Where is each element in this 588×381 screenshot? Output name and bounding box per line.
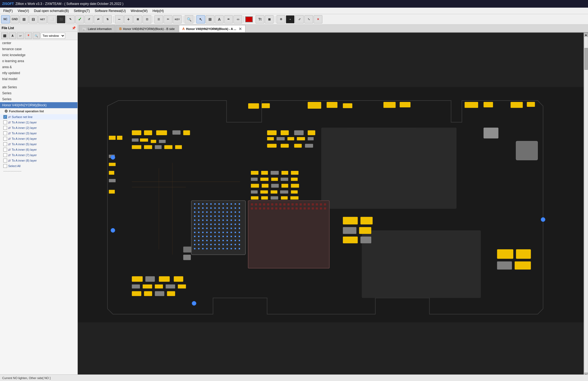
list-item-trial[interactable]: trial model xyxy=(0,76,77,82)
edit-button[interactable]: ✎ xyxy=(66,15,75,23)
fill-box-button[interactable]: ⬛ xyxy=(57,15,65,23)
select-box-button[interactable]: ⬜ xyxy=(47,15,56,23)
panel-search-button[interactable]: 🔍 xyxy=(33,32,40,39)
inner-8-checkbox[interactable] xyxy=(3,159,7,162)
inner-3-checkbox[interactable] xyxy=(3,131,7,135)
menu-view[interactable]: View(V) xyxy=(16,8,31,13)
layer-inner-3[interactable]: ⇄ To A inner (3) layer xyxy=(0,131,77,136)
cursor-button[interactable]: ↖ xyxy=(196,15,205,23)
list-item-area[interactable]: area & xyxy=(0,64,77,70)
inner-4-checkbox[interactable] xyxy=(3,137,7,141)
layer-inner-6[interactable]: ⇄ To A inner (6) layer xyxy=(0,147,77,152)
pin-icon[interactable]: 📌 xyxy=(72,26,76,30)
pen-button[interactable]: ✏ xyxy=(224,15,233,23)
grid3-button[interactable]: ⊞ xyxy=(206,15,214,23)
svg-rect-73 xyxy=(239,216,240,217)
list-item-series1[interactable]: Series xyxy=(0,90,77,96)
layer-surface-net[interactable]: ✓ ⇄ Surface net line xyxy=(0,114,77,120)
nc-button[interactable]: NC xyxy=(1,15,10,23)
svg-rect-187 xyxy=(316,203,318,205)
scissors-button[interactable]: ✂ xyxy=(164,15,172,23)
panel-pin-button[interactable]: 📍 xyxy=(25,32,32,39)
menu-dual-open[interactable]: Dual open schematic(B) xyxy=(32,8,71,13)
menu-help[interactable]: Help(H) xyxy=(150,8,166,13)
layer-inner-8[interactable]: ⇄ To A inner (8) layer xyxy=(0,158,77,163)
layer-inner-7[interactable]: ⇄ To A inner (7) layer xyxy=(0,152,77,158)
canvas-area[interactable]: ◀ ▶ ▲ ▼ xyxy=(78,33,588,381)
svg-rect-194 xyxy=(267,207,269,210)
svg-rect-84 xyxy=(235,220,236,221)
close-tab-button[interactable]: ✕ xyxy=(239,27,242,31)
list-item-honor-v40[interactable]: Honor V40(HN2YORM)(Block) xyxy=(0,102,77,108)
list-item-series2[interactable]: Series xyxy=(0,96,77,102)
select-all-checkbox[interactable] xyxy=(3,164,7,168)
svg-rect-2 xyxy=(362,230,481,298)
v-scrollbar[interactable]: ▲ ▼ xyxy=(584,33,588,377)
net-button[interactable]: NET xyxy=(38,15,47,23)
panel-home-button[interactable]: ⬛ xyxy=(1,32,8,39)
layer-select-all[interactable]: Select All xyxy=(0,163,77,169)
v-scroll-thumb[interactable] xyxy=(584,48,588,70)
tab-latest-info[interactable]: 📰 Latest information xyxy=(79,25,115,32)
close-x-button[interactable]: ✕ xyxy=(314,15,322,23)
panel-a-button[interactable]: A xyxy=(9,32,16,39)
color-selector[interactable] xyxy=(245,16,253,22)
zoom-out-button[interactable]: − xyxy=(115,15,124,23)
text-t-button[interactable]: Tt xyxy=(256,15,264,23)
tab-honor-a-side[interactable]: A Honor V40(HN2YORM)(Block) - A ... ✕ xyxy=(179,25,245,32)
gnd-button[interactable]: GND xyxy=(10,15,19,23)
search-button[interactable]: 🔍 xyxy=(185,15,193,23)
fit1-button[interactable]: ⊠ xyxy=(133,15,142,23)
fill-pattern-button[interactable]: ▦ xyxy=(265,15,274,23)
inner-7-checkbox[interactable] xyxy=(3,153,7,157)
surface-net-checkbox[interactable]: ✓ xyxy=(3,115,7,119)
menu-window[interactable]: Window(W) xyxy=(128,8,150,13)
flip1-button[interactable]: ⇄ xyxy=(94,15,103,23)
list-item-maintenance[interactable]: tenance case xyxy=(0,46,77,52)
panel-back-button[interactable]: ↩ xyxy=(17,32,24,39)
list-item-ionic[interactable]: ionic knowledge xyxy=(0,52,77,58)
grid2-button[interactable]: ⊟ xyxy=(29,15,38,23)
list-item-center[interactable]: center xyxy=(0,40,77,46)
list-item-learning[interactable]: o learning area xyxy=(0,58,77,64)
v-scroll-track[interactable] xyxy=(584,37,588,372)
resize1-button[interactable]: ⤢ xyxy=(295,15,304,23)
list-item-updated[interactable]: ntly updated xyxy=(0,70,77,76)
flip2-button[interactable]: ⇅ xyxy=(103,15,112,23)
layer1-button[interactable]: ▪ xyxy=(286,15,295,23)
key-button[interactable]: KEY xyxy=(173,15,182,23)
layer-inner-2[interactable]: ⇄ To A inner (2) layer xyxy=(0,125,77,131)
list-item-plate-series[interactable]: ate Series xyxy=(0,84,77,90)
inner-6-checkbox[interactable] xyxy=(3,148,7,152)
layer-icon-1: ⇄ xyxy=(8,121,11,124)
tab-honor-a-label: Honor V40(HN2YORM)(Block) - A ... xyxy=(186,27,236,31)
window-select[interactable]: Two window One window xyxy=(41,33,65,39)
pcb-display xyxy=(78,33,584,377)
inner-2-checkbox[interactable] xyxy=(3,126,7,130)
layer-inner-1[interactable]: ⇄ To A inner (1) layer xyxy=(0,120,77,125)
v-scroll-up[interactable]: ▲ xyxy=(584,33,588,37)
menu-settings[interactable]: Settings(T) xyxy=(72,8,92,13)
inner-5-checkbox[interactable] xyxy=(3,142,7,146)
svg-rect-92 xyxy=(218,223,220,225)
rect-button[interactable]: ▭ xyxy=(233,15,242,23)
grid1-button[interactable]: ⊞ xyxy=(20,15,28,23)
layer-inner-4[interactable]: ⇄ To A inner (4) layer xyxy=(0,136,77,141)
svg-rect-89 xyxy=(206,223,208,225)
inner-1-checkbox[interactable] xyxy=(3,120,7,124)
svg-rect-59 xyxy=(230,211,232,213)
menu-renewal[interactable]: Software Renewal(U) xyxy=(92,8,128,13)
menu-file[interactable]: File(F) xyxy=(1,8,15,13)
layer-inner-5[interactable]: ⇄ To A inner (5) layer xyxy=(0,141,77,147)
zoom-in-button[interactable]: + xyxy=(124,15,133,23)
zoom-fit-button[interactable]: ⊡ xyxy=(143,15,151,23)
rotate1-button[interactable]: ↺ xyxy=(85,15,93,23)
tab-honor-b-side[interactable]: B Honor V40(HN2YORM)(Block) - B side xyxy=(116,25,178,32)
text-a-button[interactable]: A xyxy=(215,15,224,23)
list-button[interactable]: ≡ xyxy=(154,15,163,23)
functional-ops-header[interactable]: ⚙ Functional operation list xyxy=(0,108,77,114)
settings2-button[interactable]: ⚙ xyxy=(277,15,285,23)
svg-rect-85 xyxy=(239,220,240,221)
check-button[interactable]: ✓ xyxy=(75,15,84,23)
resize2-button[interactable]: ⤡ xyxy=(304,15,313,23)
